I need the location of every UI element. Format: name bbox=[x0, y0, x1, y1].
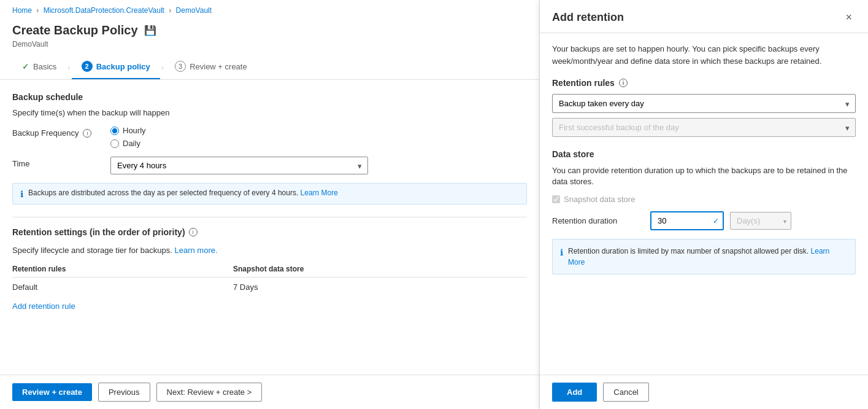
time-control: Every 4 hours Every 6 hours Every 8 hour… bbox=[110, 157, 527, 174]
tab-basics[interactable]: ✓ Basics bbox=[12, 55, 66, 79]
schedule-info-text: Backups are distributed across the day a… bbox=[28, 189, 338, 197]
tab-review-label: Review + create bbox=[190, 62, 247, 71]
radio-daily[interactable]: Daily bbox=[110, 139, 527, 148]
retention-sub-select[interactable]: First successful backup of the day Last … bbox=[552, 118, 856, 137]
retention-info-icon[interactable]: i bbox=[189, 228, 198, 236]
panel-content: Your backups are set to happen hourly. Y… bbox=[540, 33, 868, 375]
retention-settings-header: Retention settings (in the order of prio… bbox=[12, 227, 527, 237]
duration-unit-wrapper: Day(s) Week(s) Month(s) Year(s) ▾ bbox=[730, 212, 791, 230]
radio-daily-input[interactable] bbox=[110, 139, 119, 148]
add-retention-rule-link[interactable]: Add retention rule bbox=[12, 302, 75, 311]
duration-input-wrapper: ✓ bbox=[650, 211, 724, 230]
data-store-title: Data store bbox=[552, 149, 856, 159]
review-create-button[interactable]: Review + create bbox=[12, 383, 92, 401]
retention-settings-title: Retention settings (in the order of prio… bbox=[12, 227, 185, 237]
tab-review-create[interactable]: 3 Review + create bbox=[165, 55, 257, 79]
retention-table: Retention rules Snapshot data store Defa… bbox=[12, 261, 527, 297]
radio-hourly[interactable]: Hourly bbox=[110, 126, 527, 135]
tab-bar: ✓ Basics › 2 Backup policy › 3 Review + … bbox=[0, 55, 539, 80]
snapshot-checkbox-label: Snapshot data store bbox=[564, 195, 635, 204]
warning-text: Retention duration is limited by max num… bbox=[568, 246, 848, 268]
tab-review-num: 3 bbox=[175, 61, 186, 72]
tab-basics-label: Basics bbox=[33, 62, 56, 71]
schedule-info-icon: ℹ bbox=[20, 189, 23, 199]
retention-duration-label: Retention duration bbox=[552, 216, 644, 225]
panel-retention-info-icon[interactable]: i bbox=[619, 79, 628, 87]
tab-backup-policy-label: Backup policy bbox=[96, 62, 150, 71]
retention-section-divider bbox=[12, 217, 527, 227]
cancel-button[interactable]: Cancel bbox=[603, 383, 648, 402]
duration-check-icon: ✓ bbox=[713, 217, 719, 225]
backup-schedule-desc: Specify time(s) when the backup will hap… bbox=[12, 108, 527, 117]
previous-button[interactable]: Previous bbox=[98, 383, 150, 402]
radio-hourly-label: Hourly bbox=[123, 126, 146, 135]
backup-frequency-row: Backup Frequency i Hourly Daily bbox=[12, 126, 527, 148]
retention-rules-dropdown-wrapper: Backup taken every day Backup taken ever… bbox=[552, 94, 856, 113]
schedule-learn-more-link[interactable]: Learn More bbox=[301, 189, 338, 197]
breadcrumb-demo-vault[interactable]: DemoVault bbox=[176, 6, 212, 15]
panel-footer: Add Cancel bbox=[540, 375, 868, 409]
retention-sub-dropdown-wrapper: First successful backup of the day Last … bbox=[552, 118, 856, 137]
duration-unit-select[interactable]: Day(s) Week(s) Month(s) Year(s) bbox=[730, 212, 791, 230]
data-store-desc: You can provide retention duration up to… bbox=[552, 165, 856, 187]
data-store-section: Data store You can provide retention dur… bbox=[552, 149, 856, 275]
tab-backup-policy[interactable]: 2 Backup policy bbox=[72, 55, 160, 79]
col-header-rules: Retention rules bbox=[12, 265, 233, 273]
rule-name-default: Default bbox=[12, 282, 233, 292]
radio-hourly-input[interactable] bbox=[110, 127, 119, 135]
breadcrumb-home[interactable]: Home bbox=[12, 6, 32, 15]
frequency-info-icon[interactable]: i bbox=[83, 129, 91, 138]
page-subtitle: DemoVault bbox=[0, 40, 539, 55]
retention-settings-desc: Specify lifecycle and storage tier for b… bbox=[12, 246, 527, 255]
panel-retention-rules-title: Retention rules i bbox=[552, 78, 856, 88]
backup-frequency-label: Backup Frequency i bbox=[12, 126, 110, 138]
next-button[interactable]: Next: Review + create > bbox=[156, 383, 263, 402]
add-retention-panel: Add retention × Your backups are set to … bbox=[540, 0, 868, 409]
time-row: Time Every 4 hours Every 6 hours Every 8… bbox=[12, 157, 527, 174]
retention-learn-more-link[interactable]: Learn more. bbox=[174, 246, 217, 255]
retention-rules-select[interactable]: Backup taken every day Backup taken ever… bbox=[552, 94, 856, 113]
time-label: Time bbox=[12, 157, 110, 168]
tab-backup-policy-num: 2 bbox=[82, 61, 93, 72]
frequency-radio-group: Hourly Daily bbox=[110, 126, 527, 148]
check-icon: ✓ bbox=[22, 61, 29, 71]
col-header-snapshot: Snapshot data store bbox=[233, 265, 527, 273]
time-select[interactable]: Every 4 hours Every 6 hours Every 8 hour… bbox=[110, 157, 368, 174]
page-title: Create Backup Policy bbox=[12, 23, 138, 37]
panel-title: Add retention bbox=[552, 11, 624, 24]
warning-banner: ℹ Retention duration is limited by max n… bbox=[552, 239, 856, 275]
backup-schedule-title: Backup schedule bbox=[12, 92, 527, 102]
snapshot-checkbox-row: Snapshot data store bbox=[552, 195, 856, 204]
schedule-info-banner: ℹ Backups are distributed across the day… bbox=[12, 183, 527, 204]
panel-header: Add retention × bbox=[540, 0, 868, 33]
bottom-bar: Review + create Previous Next: Review + … bbox=[0, 375, 539, 409]
rule-snapshot-default: 7 Days bbox=[233, 282, 527, 292]
breadcrumb: Home › Microsoft.DataProtection.CreateVa… bbox=[0, 0, 539, 18]
snapshot-checkbox bbox=[552, 195, 560, 203]
radio-daily-label: Daily bbox=[123, 139, 140, 148]
panel-close-button[interactable]: × bbox=[842, 10, 856, 25]
add-button[interactable]: Add bbox=[552, 383, 597, 402]
panel-description: Your backups are set to happen hourly. Y… bbox=[552, 43, 856, 67]
save-icon[interactable]: 💾 bbox=[144, 25, 156, 36]
retention-duration-row: Retention duration ✓ Day(s) Week(s) Mont… bbox=[552, 211, 856, 230]
main-content: Backup schedule Specify time(s) when the… bbox=[0, 80, 539, 375]
breadcrumb-create-vault[interactable]: Microsoft.DataProtection.CreateVault bbox=[44, 6, 164, 15]
retention-table-header: Retention rules Snapshot data store bbox=[12, 261, 527, 278]
table-row: Default 7 Days bbox=[12, 278, 527, 297]
warning-info-icon: ℹ bbox=[560, 246, 563, 259]
time-select-wrapper: Every 4 hours Every 6 hours Every 8 hour… bbox=[110, 157, 368, 174]
